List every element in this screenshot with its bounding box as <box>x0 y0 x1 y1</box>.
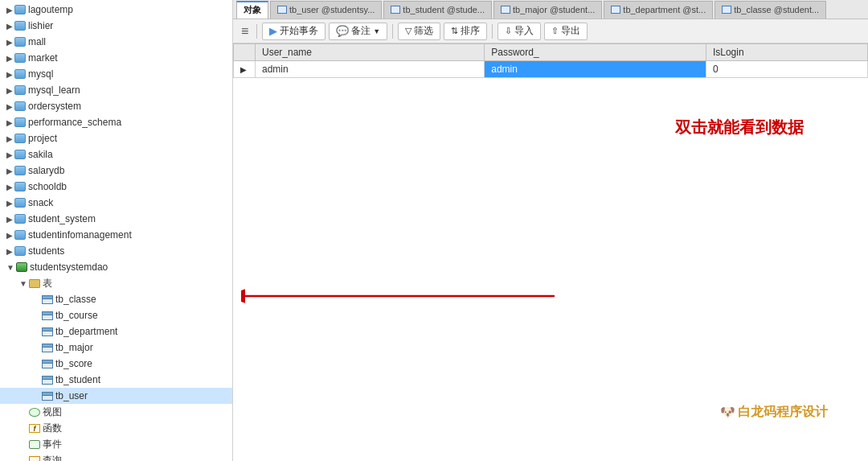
data-table: User_name Password_ IsLogin ▶ admin admi… <box>233 43 868 78</box>
sidebar-item-label: project <box>28 133 57 144</box>
sidebar-item-students[interactable]: ▶students <box>0 243 232 259</box>
db-icon <box>14 246 26 256</box>
functions-icon: f <box>29 424 40 433</box>
toolbar-menu-button[interactable]: ≡ <box>238 23 252 40</box>
tab-bar: 对象tb_user @studentsy...tb_student @stude… <box>233 0 868 19</box>
toolbar-export-btn[interactable]: ⇧ 导出 <box>544 23 588 40</box>
main-content: 对象tb_user @studentsy...tb_student @stude… <box>233 0 868 461</box>
sidebar-item-queries[interactable]: 查询 <box>0 452 232 461</box>
sidebar-item-events[interactable]: 事件 <box>0 436 232 452</box>
sidebar-item-label: mysql_learn <box>28 84 80 96</box>
db-icon <box>14 166 26 175</box>
arrow-collapsed-icon: ▶ <box>3 231 13 240</box>
db-icon <box>14 198 26 208</box>
sidebar-item-studentsystemdao[interactable]: ▼studentsystemdao <box>0 259 232 275</box>
col-password-header: Password_ <box>485 44 706 61</box>
toolbar-comment-btn[interactable]: 💬 备注 ▼ <box>329 23 387 40</box>
toolbar-separator-1 <box>256 24 257 39</box>
db-icon <box>14 5 26 14</box>
arrow-collapsed-icon: ▶ <box>3 134 13 143</box>
sidebar-item-schooldb[interactable]: ▶schooldb <box>0 179 232 195</box>
sidebar-item-label: schooldb <box>28 181 67 192</box>
db-icon <box>14 101 26 111</box>
sidebar-item-label: student_system <box>28 213 96 224</box>
tab-tab-tb-department[interactable]: tb_department @st... <box>604 1 713 19</box>
events-icon <box>29 440 40 449</box>
sidebar-item-label: tb_student <box>55 374 100 385</box>
sidebar-item-mysql_learn[interactable]: ▶mysql_learn <box>0 82 232 98</box>
row-islogin-cell[interactable]: 0 <box>706 61 867 78</box>
arrow-collapsed-icon: ▶ <box>3 150 13 159</box>
table-icon <box>42 295 53 304</box>
sidebar-item-tb_major[interactable]: tb_major <box>0 340 232 356</box>
tab-label: tb_department @st... <box>623 5 706 14</box>
tab-label: tb_user @studentsy... <box>289 5 375 14</box>
sidebar-item-label: 事件 <box>43 438 62 451</box>
row-username-cell[interactable]: admin <box>256 61 485 78</box>
sort-icon: ⇅ <box>451 26 458 36</box>
sidebar-item-mysql[interactable]: ▶mysql <box>0 66 232 82</box>
table-area: User_name Password_ IsLogin ▶ admin admi… <box>233 43 868 461</box>
toolbar-separator-3 <box>492 24 493 39</box>
table-row[interactable]: ▶ admin admin 0 <box>234 61 868 78</box>
sidebar-item-market[interactable]: ▶market <box>0 50 232 66</box>
sidebar-item-functions[interactable]: f函数 <box>0 420 232 436</box>
tab-tab-tb-student[interactable]: tb_student @stude... <box>383 1 492 19</box>
sidebar-item-tb_department[interactable]: tb_department <box>0 323 232 340</box>
sidebar-item-label: salarydb <box>28 165 64 176</box>
col-islogin-header: IsLogin <box>706 44 867 61</box>
tab-icon <box>391 6 400 14</box>
toolbar-sort-btn[interactable]: ⇅ 排序 <box>444 23 487 40</box>
sidebar-item-performance_schema[interactable]: ▶performance_schema <box>0 114 232 130</box>
toolbar-filter-btn[interactable]: ▽ 筛选 <box>398 23 440 40</box>
sidebar-item-label: 视图 <box>43 405 62 419</box>
arrow-collapsed-icon: ▶ <box>3 247 13 256</box>
sidebar-item-views[interactable]: 视图 <box>0 404 232 420</box>
start-icon: ▶ <box>269 25 277 37</box>
col-arrow-header <box>234 44 256 61</box>
table-icon <box>42 311 53 320</box>
sidebar-item-lishier[interactable]: ▶lishier <box>0 18 232 34</box>
sidebar-item-ordersystem[interactable]: ▶ordersystem <box>0 98 232 114</box>
tab-tab-tb-user[interactable]: tb_user @studentsy... <box>270 1 382 19</box>
db-icon <box>14 21 26 31</box>
comment-icon: 💬 <box>336 25 349 37</box>
toolbar-start-btn[interactable]: ▶ 开始事务 <box>262 23 326 40</box>
export-label: 导出 <box>561 24 580 38</box>
arrow-collapsed-icon: ▶ <box>3 54 13 63</box>
sidebar-item-label: tb_major <box>55 342 93 353</box>
import-label: 导入 <box>514 24 534 38</box>
db-icon <box>14 214 26 224</box>
sidebar-item-lagoutemp[interactable]: ▶lagoutemp <box>0 2 232 18</box>
sidebar-item-tb_student[interactable]: tb_student <box>0 372 232 388</box>
sidebar-item-mall[interactable]: ▶mall <box>0 34 232 50</box>
arrow-collapsed-icon: ▶ <box>3 167 13 175</box>
sidebar-item-snack[interactable]: ▶snack <box>0 195 232 211</box>
sidebar-item-sakila[interactable]: ▶sakila <box>0 146 232 163</box>
tab-tab-tb-major[interactable]: tb_major @student... <box>493 1 602 19</box>
sidebar-item-studentinfomanagement[interactable]: ▶studentinfomanagement <box>0 227 232 243</box>
toolbar-import-btn[interactable]: ⇩ 导入 <box>497 23 541 40</box>
filter-icon: ▽ <box>405 26 411 36</box>
arrow-collapsed-icon: ▶ <box>3 86 13 95</box>
views-icon <box>29 408 40 417</box>
sidebar-item-salarydb[interactable]: ▶salarydb <box>0 163 232 179</box>
sidebar-item-label: tb_course <box>55 310 98 321</box>
comment-arrow-icon: ▼ <box>373 27 380 35</box>
tab-tab-tb-classe[interactable]: tb_classe @student... <box>714 1 826 19</box>
table-body: ▶ admin admin 0 <box>234 61 868 78</box>
table-icon <box>42 344 53 352</box>
tab-tab-object[interactable]: 对象 <box>236 1 268 19</box>
arrow-collapsed-icon: ▶ <box>3 70 13 79</box>
sidebar-item-tb_classe[interactable]: tb_classe <box>0 291 232 307</box>
sidebar-item-tables_folder[interactable]: ▼表 <box>0 275 232 291</box>
sidebar-item-student_system[interactable]: ▶student_system <box>0 211 232 227</box>
row-password-cell[interactable]: admin <box>485 61 706 78</box>
arrow-collapsed-icon: ▶ <box>3 22 13 31</box>
db-icon <box>14 230 26 240</box>
sidebar-item-tb_user[interactable]: tb_user <box>0 388 232 404</box>
sidebar-item-project[interactable]: ▶project <box>0 130 232 146</box>
sidebar-item-tb_score[interactable]: tb_score <box>0 356 232 372</box>
sidebar-item-label: ordersystem <box>28 101 81 112</box>
sidebar-item-tb_course[interactable]: tb_course <box>0 307 232 323</box>
